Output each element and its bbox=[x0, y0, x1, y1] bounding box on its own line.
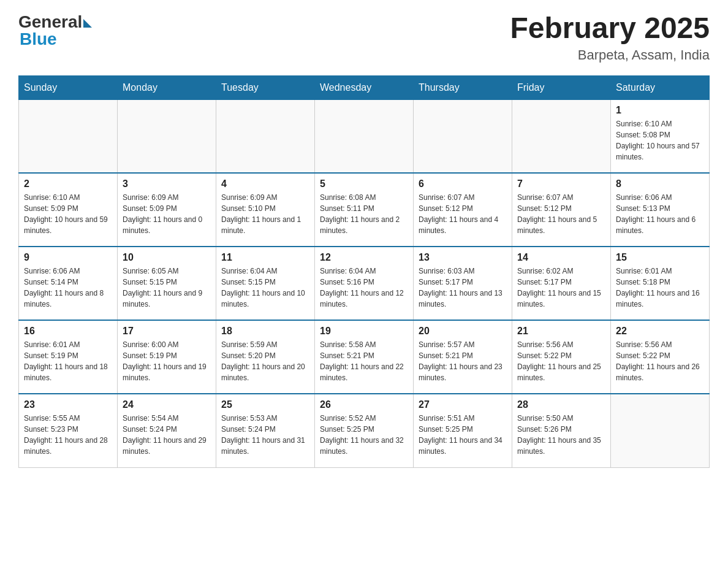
calendar-cell bbox=[512, 99, 611, 173]
day-info: Sunrise: 5:58 AMSunset: 5:21 PMDaylight:… bbox=[320, 339, 408, 383]
day-info: Sunrise: 5:50 AMSunset: 5:26 PMDaylight:… bbox=[517, 413, 605, 457]
column-header-thursday: Thursday bbox=[414, 75, 512, 99]
column-header-friday: Friday bbox=[512, 75, 611, 99]
day-number: 9 bbox=[24, 252, 112, 263]
calendar-cell: 1Sunrise: 6:10 AMSunset: 5:08 PMDaylight… bbox=[611, 99, 710, 173]
day-number: 11 bbox=[221, 252, 309, 263]
day-info: Sunrise: 5:51 AMSunset: 5:25 PMDaylight:… bbox=[419, 413, 507, 457]
calendar-cell: 10Sunrise: 6:05 AMSunset: 5:15 PMDayligh… bbox=[118, 247, 216, 320]
logo-blue: Blue bbox=[18, 29, 57, 49]
day-info: Sunrise: 5:53 AMSunset: 5:24 PMDaylight:… bbox=[221, 413, 309, 457]
logo-arrow-icon bbox=[83, 19, 92, 28]
calendar-cell: 11Sunrise: 6:04 AMSunset: 5:15 PMDayligh… bbox=[216, 247, 315, 320]
column-header-sunday: Sunday bbox=[19, 75, 118, 99]
day-number: 20 bbox=[419, 326, 507, 337]
day-number: 18 bbox=[221, 326, 309, 337]
day-number: 26 bbox=[320, 399, 408, 410]
day-number: 27 bbox=[419, 399, 507, 410]
calendar-cell: 16Sunrise: 6:01 AMSunset: 5:19 PMDayligh… bbox=[19, 320, 118, 394]
day-number: 4 bbox=[221, 178, 309, 190]
day-info: Sunrise: 5:52 AMSunset: 5:25 PMDaylight:… bbox=[320, 413, 408, 457]
day-number: 23 bbox=[24, 399, 112, 410]
day-info: Sunrise: 5:56 AMSunset: 5:22 PMDaylight:… bbox=[517, 339, 605, 383]
day-info: Sunrise: 6:00 AMSunset: 5:19 PMDaylight:… bbox=[123, 339, 211, 383]
column-header-tuesday: Tuesday bbox=[216, 75, 315, 99]
calendar-cell: 7Sunrise: 6:07 AMSunset: 5:12 PMDaylight… bbox=[512, 173, 611, 247]
calendar-cell: 18Sunrise: 5:59 AMSunset: 5:20 PMDayligh… bbox=[216, 320, 315, 394]
calendar-week-row: 2Sunrise: 6:10 AMSunset: 5:09 PMDaylight… bbox=[19, 173, 710, 247]
day-info: Sunrise: 6:03 AMSunset: 5:17 PMDaylight:… bbox=[419, 266, 507, 310]
day-info: Sunrise: 6:08 AMSunset: 5:11 PMDaylight:… bbox=[320, 192, 408, 236]
page-header: General Blue February 2025 Barpeta, Assa… bbox=[18, 12, 710, 63]
calendar-cell: 9Sunrise: 6:06 AMSunset: 5:14 PMDaylight… bbox=[19, 247, 118, 320]
calendar-cell: 21Sunrise: 5:56 AMSunset: 5:22 PMDayligh… bbox=[512, 320, 611, 394]
calendar-cell: 19Sunrise: 5:58 AMSunset: 5:21 PMDayligh… bbox=[315, 320, 414, 394]
month-title: February 2025 bbox=[510, 12, 710, 45]
day-number: 1 bbox=[616, 105, 704, 116]
calendar-cell bbox=[216, 99, 315, 173]
logo: General Blue bbox=[18, 12, 92, 49]
day-info: Sunrise: 5:55 AMSunset: 5:23 PMDaylight:… bbox=[24, 413, 112, 457]
day-info: Sunrise: 5:56 AMSunset: 5:22 PMDaylight:… bbox=[616, 339, 704, 383]
day-info: Sunrise: 5:57 AMSunset: 5:21 PMDaylight:… bbox=[419, 339, 507, 383]
day-info: Sunrise: 5:54 AMSunset: 5:24 PMDaylight:… bbox=[123, 413, 211, 457]
day-info: Sunrise: 6:04 AMSunset: 5:15 PMDaylight:… bbox=[221, 266, 309, 310]
day-number: 24 bbox=[123, 399, 211, 410]
day-info: Sunrise: 6:09 AMSunset: 5:10 PMDaylight:… bbox=[221, 192, 309, 236]
day-number: 12 bbox=[320, 252, 408, 263]
day-number: 21 bbox=[517, 326, 605, 337]
calendar-week-row: 9Sunrise: 6:06 AMSunset: 5:14 PMDaylight… bbox=[19, 247, 710, 320]
calendar-header-row: SundayMondayTuesdayWednesdayThursdayFrid… bbox=[19, 75, 710, 99]
day-info: Sunrise: 6:09 AMSunset: 5:09 PMDaylight:… bbox=[123, 192, 211, 236]
day-info: Sunrise: 6:04 AMSunset: 5:16 PMDaylight:… bbox=[320, 266, 408, 310]
column-header-monday: Monday bbox=[118, 75, 216, 99]
calendar-cell: 5Sunrise: 6:08 AMSunset: 5:11 PMDaylight… bbox=[315, 173, 414, 247]
calendar-table: SundayMondayTuesdayWednesdayThursdayFrid… bbox=[18, 75, 710, 468]
day-info: Sunrise: 6:01 AMSunset: 5:18 PMDaylight:… bbox=[616, 266, 704, 310]
calendar-cell: 14Sunrise: 6:02 AMSunset: 5:17 PMDayligh… bbox=[512, 247, 611, 320]
calendar-week-row: 23Sunrise: 5:55 AMSunset: 5:23 PMDayligh… bbox=[19, 394, 710, 467]
day-info: Sunrise: 6:10 AMSunset: 5:09 PMDaylight:… bbox=[24, 192, 112, 236]
day-info: Sunrise: 6:07 AMSunset: 5:12 PMDaylight:… bbox=[517, 192, 605, 236]
calendar-cell: 13Sunrise: 6:03 AMSunset: 5:17 PMDayligh… bbox=[414, 247, 512, 320]
day-info: Sunrise: 6:01 AMSunset: 5:19 PMDaylight:… bbox=[24, 339, 112, 383]
calendar-cell: 26Sunrise: 5:52 AMSunset: 5:25 PMDayligh… bbox=[315, 394, 414, 467]
day-number: 17 bbox=[123, 326, 211, 337]
day-info: Sunrise: 6:10 AMSunset: 5:08 PMDaylight:… bbox=[616, 118, 704, 163]
calendar-cell: 22Sunrise: 5:56 AMSunset: 5:22 PMDayligh… bbox=[611, 320, 710, 394]
day-number: 6 bbox=[419, 178, 507, 190]
day-info: Sunrise: 6:06 AMSunset: 5:14 PMDaylight:… bbox=[24, 266, 112, 310]
day-info: Sunrise: 6:07 AMSunset: 5:12 PMDaylight:… bbox=[419, 192, 507, 236]
calendar-cell: 25Sunrise: 5:53 AMSunset: 5:24 PMDayligh… bbox=[216, 394, 315, 467]
day-number: 15 bbox=[616, 252, 704, 263]
calendar-cell: 20Sunrise: 5:57 AMSunset: 5:21 PMDayligh… bbox=[414, 320, 512, 394]
day-number: 14 bbox=[517, 252, 605, 263]
calendar-cell bbox=[315, 99, 414, 173]
column-header-saturday: Saturday bbox=[611, 75, 710, 99]
calendar-week-row: 1Sunrise: 6:10 AMSunset: 5:08 PMDaylight… bbox=[19, 99, 710, 173]
calendar-cell: 23Sunrise: 5:55 AMSunset: 5:23 PMDayligh… bbox=[19, 394, 118, 467]
location-title: Barpeta, Assam, India bbox=[510, 47, 710, 63]
calendar-cell: 12Sunrise: 6:04 AMSunset: 5:16 PMDayligh… bbox=[315, 247, 414, 320]
calendar-cell: 15Sunrise: 6:01 AMSunset: 5:18 PMDayligh… bbox=[611, 247, 710, 320]
day-number: 8 bbox=[616, 178, 704, 190]
calendar-cell: 4Sunrise: 6:09 AMSunset: 5:10 PMDaylight… bbox=[216, 173, 315, 247]
calendar-cell: 27Sunrise: 5:51 AMSunset: 5:25 PMDayligh… bbox=[414, 394, 512, 467]
day-number: 3 bbox=[123, 178, 211, 190]
day-number: 25 bbox=[221, 399, 309, 410]
day-number: 5 bbox=[320, 178, 408, 190]
day-info: Sunrise: 6:06 AMSunset: 5:13 PMDaylight:… bbox=[616, 192, 704, 236]
day-number: 22 bbox=[616, 326, 704, 337]
calendar-cell bbox=[414, 99, 512, 173]
day-number: 7 bbox=[517, 178, 605, 190]
day-number: 16 bbox=[24, 326, 112, 337]
calendar-cell: 17Sunrise: 6:00 AMSunset: 5:19 PMDayligh… bbox=[118, 320, 216, 394]
column-header-wednesday: Wednesday bbox=[315, 75, 414, 99]
day-number: 28 bbox=[517, 399, 605, 410]
day-info: Sunrise: 5:59 AMSunset: 5:20 PMDaylight:… bbox=[221, 339, 309, 383]
calendar-cell: 24Sunrise: 5:54 AMSunset: 5:24 PMDayligh… bbox=[118, 394, 216, 467]
calendar-cell bbox=[611, 394, 710, 467]
calendar-cell: 2Sunrise: 6:10 AMSunset: 5:09 PMDaylight… bbox=[19, 173, 118, 247]
calendar-cell bbox=[118, 99, 216, 173]
day-number: 19 bbox=[320, 326, 408, 337]
